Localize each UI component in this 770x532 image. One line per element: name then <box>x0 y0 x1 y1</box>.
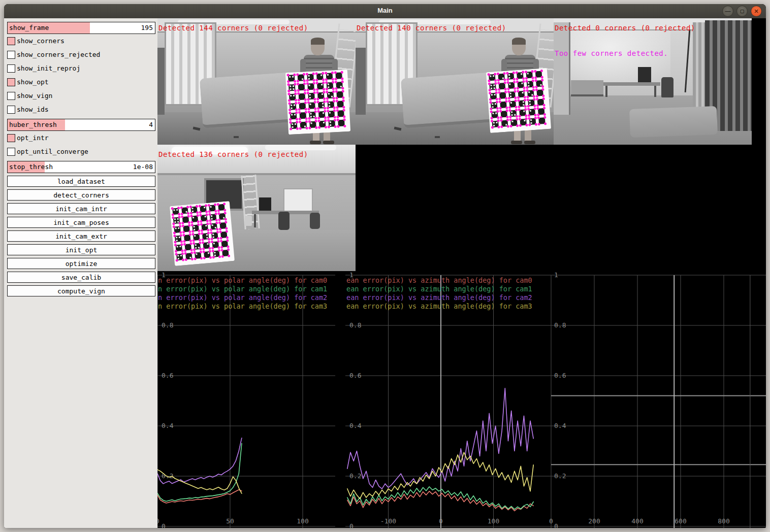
x-tick-label: 100 <box>297 517 308 525</box>
floor-mark-2 <box>234 136 239 138</box>
monitor <box>638 67 651 83</box>
button-init_opt[interactable]: init_opt <box>7 244 155 255</box>
checkbox-label: show_corners_rejected <box>17 51 100 58</box>
checkbox-row-show_corners_rejected: show_corners_rejected <box>7 50 155 59</box>
whiteboard <box>283 188 313 212</box>
person-hair <box>512 38 526 45</box>
person-shoe-left <box>511 141 522 144</box>
side-table <box>571 80 603 96</box>
calibration-board <box>485 68 553 133</box>
button-detect_corners[interactable]: detect_corners <box>7 189 155 201</box>
slider-value: 4 <box>149 121 153 128</box>
dark-panel <box>157 48 165 115</box>
y-tick-label: 0.6 <box>554 372 566 379</box>
camera-view-cam3[interactable]: Detected 136 corners (0 rejected) <box>157 145 356 271</box>
slider-label: stop_thresh <box>9 163 53 171</box>
y-tick-label: 0.8 <box>162 321 173 329</box>
legend-line: ean error(pix) vs azimuth angle(deg) for… <box>346 293 532 302</box>
x-tick-label: 0 <box>549 517 553 525</box>
button-optimize[interactable]: optimize <box>7 258 155 269</box>
button-save_calib[interactable]: save_calib <box>7 272 155 283</box>
window-controls: —▢✕ <box>722 6 762 17</box>
ceiling-lamp-2 <box>265 145 336 150</box>
slider-huber_thresh[interactable]: huber_thresh4 <box>7 119 155 131</box>
camera-view-cam1[interactable]: Detected 140 corners (0 rejected) <box>356 18 554 145</box>
detection-status: Detected 0 corners (0 rejected) <box>555 24 695 31</box>
corner-warning: Too few corners detected. <box>555 50 668 57</box>
x-tick-label: 800 <box>718 517 729 525</box>
calibration-board <box>164 201 240 267</box>
x-tick-label: 400 <box>631 517 643 525</box>
control-panel: show_frame195show_cornersshow_corners_re… <box>4 18 157 528</box>
y-tick-label: 0.2 <box>349 472 361 480</box>
bright-wall <box>569 30 670 86</box>
maximize-icon: ▢ <box>740 9 745 14</box>
detection-status: Detected 136 corners (0 rejected) <box>158 151 308 158</box>
y-tick-label: 0.6 <box>349 372 361 379</box>
titlebar[interactable]: Main —▢✕ <box>4 4 766 19</box>
window-title: Main <box>4 7 766 14</box>
legend-line: n error(pix) vs polar angle(deg) for cam… <box>158 285 327 293</box>
x-tick-label: 600 <box>675 517 686 525</box>
slider-value: 1e-08 <box>133 163 153 171</box>
checkbox-label: opt_intr <box>17 134 49 142</box>
checkbox-opt_intr[interactable] <box>7 134 15 142</box>
x-tick-label: 0 <box>157 517 159 525</box>
checkbox-label: show_ids <box>17 106 49 113</box>
y-tick-label: 0.4 <box>554 422 566 429</box>
camera-view-cam2[interactable]: Detected 0 corners (0 rejected)Too few c… <box>554 18 752 145</box>
slider-show_frame[interactable]: show_frame195 <box>7 22 155 34</box>
calibration-board-pattern <box>485 68 553 133</box>
checkbox-label: opt_until_converge <box>17 148 88 155</box>
legend-line: ean error(pix) vs azimuth angle(deg) for… <box>346 276 532 284</box>
y-tick-label: 0.4 <box>349 422 362 429</box>
y-tick-label: 0.4 <box>162 422 174 429</box>
person-hair <box>311 38 325 45</box>
trash-bin <box>245 216 252 226</box>
button-load_dataset[interactable]: load_dataset <box>7 176 155 187</box>
button-init_cam_intr[interactable]: init_cam_intr <box>7 203 155 214</box>
checkbox-row-opt_intr: opt_intr <box>7 134 155 142</box>
legend-line: n error(pix) vs polar angle(deg) for cam… <box>158 276 327 284</box>
x-tick-label: 0 <box>439 517 443 525</box>
button-init_cam_extr[interactable]: init_cam_extr <box>7 230 155 242</box>
y-tick-label: 1 <box>554 271 558 279</box>
checkbox-row-show_init_reproj: show_init_reproj <box>7 64 155 73</box>
slider-label: show_frame <box>9 24 49 31</box>
minimize-button[interactable]: — <box>722 6 733 17</box>
calibration-board <box>284 70 352 135</box>
calibration-board-pattern <box>164 201 240 267</box>
checkbox-show_init_reproj[interactable] <box>7 64 15 73</box>
checkbox-opt_until_converge[interactable] <box>7 148 15 156</box>
slider-label: huber_thresh <box>9 121 57 128</box>
y-tick-label: 0 <box>554 522 558 528</box>
button-compute_vign[interactable]: compute_vign <box>7 285 155 296</box>
close-button[interactable]: ✕ <box>751 6 762 17</box>
checkbox-row-opt_until_converge: opt_until_converge <box>7 147 155 156</box>
checkbox-show_opt[interactable] <box>7 78 15 86</box>
slider-value: 195 <box>141 24 153 31</box>
maximize-button[interactable]: ▢ <box>736 6 748 17</box>
checkbox-show_vign[interactable] <box>7 92 15 100</box>
checkbox-show_corners_rejected[interactable] <box>7 51 15 59</box>
camera-view-cam0[interactable]: Detected 144 corners (0 rejected) <box>157 18 356 145</box>
checkbox-row-show_vign: show_vign <box>7 91 155 100</box>
checkbox-show_corners[interactable] <box>7 37 15 45</box>
y-tick-label: 0.6 <box>162 372 173 379</box>
x-tick-label: 50 <box>226 517 234 525</box>
legend-line: n error(pix) vs polar angle(deg) for cam… <box>158 302 327 310</box>
y-tick-label: 0.8 <box>349 321 361 329</box>
error-plots: 10.80.60.40.20050100n error(pix) vs pola… <box>157 271 766 528</box>
y-tick-label: 0 <box>162 522 166 528</box>
slider-stop_thresh[interactable]: stop_thresh1e-08 <box>7 161 155 173</box>
office-chair-2 <box>310 213 320 229</box>
checkbox-label: show_vign <box>17 92 52 99</box>
desk <box>603 82 660 86</box>
checkbox-show_ids[interactable] <box>7 106 15 114</box>
checkbox-label: show_opt <box>17 78 49 86</box>
office-chair <box>661 77 673 97</box>
button-init_cam_poses[interactable]: init_cam_poses <box>7 217 155 228</box>
x-tick-label: 200 <box>588 517 600 525</box>
close-icon: ✕ <box>754 8 758 15</box>
y-tick-label: 0.2 <box>554 472 566 480</box>
